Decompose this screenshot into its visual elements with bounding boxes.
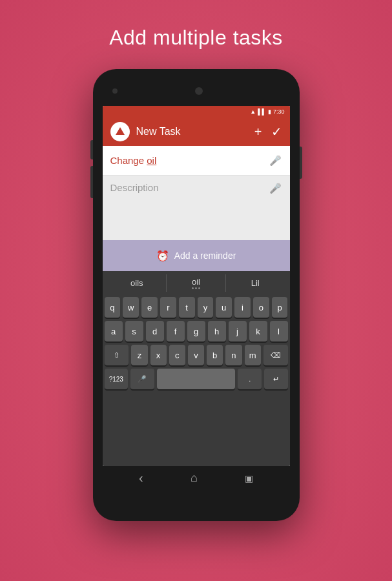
wifi-icon: ▲	[250, 108, 256, 115]
page-title: Add multiple tasks	[109, 26, 283, 50]
key-p[interactable]: p	[272, 297, 288, 318]
key-x[interactable]: x	[150, 345, 167, 365]
key-row-1: q w e r t y u i o p	[105, 297, 288, 318]
key-c[interactable]: c	[169, 345, 185, 365]
task-text: Change oil	[110, 155, 269, 166]
add-task-button[interactable]: +	[254, 125, 262, 138]
key-a[interactable]: a	[105, 321, 123, 341]
key-q[interactable]: q	[105, 297, 121, 318]
key-period[interactable]: .	[238, 369, 262, 389]
volume-down-button	[90, 166, 93, 198]
key-r[interactable]: r	[160, 297, 176, 318]
signal-icon: ▌▌	[258, 108, 266, 115]
description-placeholder: Description	[110, 182, 269, 193]
key-enter[interactable]: ↵	[264, 369, 288, 389]
description-area[interactable]: Description 🎤	[103, 176, 290, 240]
confirm-button[interactable]: ✓	[271, 125, 282, 138]
app-bar-title: New Task	[136, 126, 248, 138]
key-i[interactable]: i	[234, 297, 251, 318]
key-backspace[interactable]: ⌫	[263, 345, 288, 365]
reminder-clock-icon: ⏰	[156, 250, 169, 262]
status-bar: ▲ ▌▌ ▮ 7:30	[103, 106, 290, 117]
key-s[interactable]: s	[125, 321, 143, 341]
key-j[interactable]: j	[229, 321, 247, 341]
phone-shell: ▲ ▌▌ ▮ 7:30 New Task + ✓ Change oil 🎤	[93, 69, 300, 521]
key-w[interactable]: w	[123, 297, 139, 318]
suggestion-dots	[167, 287, 225, 289]
key-t[interactable]: t	[179, 297, 195, 318]
task-text-underlined: oil	[147, 155, 156, 166]
key-row-2: a s d f g h j k l	[105, 321, 288, 341]
key-space[interactable]	[157, 369, 236, 389]
volume-up-button	[90, 140, 93, 159]
power-button	[300, 147, 302, 179]
app-bar: New Task + ✓	[103, 117, 290, 146]
front-camera	[112, 88, 118, 94]
key-l[interactable]: l	[270, 321, 288, 341]
key-mic[interactable]: 🎤	[130, 369, 154, 389]
key-f[interactable]: f	[167, 321, 185, 341]
bottom-nav: ‹ ⌂ ▣	[103, 466, 290, 491]
key-z[interactable]: z	[131, 345, 147, 365]
app-logo	[110, 122, 130, 141]
key-g[interactable]: g	[187, 321, 205, 341]
key-y[interactable]: y	[198, 297, 214, 318]
key-u[interactable]: u	[216, 297, 232, 318]
suggestion-oil[interactable]: oil	[166, 274, 226, 292]
key-shift[interactable]: ⇧	[105, 345, 129, 365]
recents-button[interactable]: ▣	[245, 473, 253, 484]
keyboard: q w e r t y u i o p a s d f g h j k	[103, 294, 290, 466]
key-row-4: ?123 🎤 . ↵	[105, 369, 288, 389]
back-button[interactable]: ‹	[139, 471, 143, 485]
status-icons: ▲ ▌▌ ▮ 7:30	[250, 108, 284, 115]
screen: ▲ ▌▌ ▮ 7:30 New Task + ✓ Change oil 🎤	[103, 106, 290, 466]
suggestion-lil[interactable]: Lil	[226, 276, 285, 290]
phone-top	[93, 69, 300, 106]
task-text-plain: Change	[110, 155, 147, 166]
keyboard-suggestions: oils oil Lil	[103, 271, 290, 294]
reminder-label: Add a reminder	[174, 250, 236, 261]
home-button[interactable]: ⌂	[191, 471, 198, 485]
task-mic-icon[interactable]: 🎤	[269, 154, 282, 167]
key-o[interactable]: o	[253, 297, 269, 318]
logo-triangle-icon	[116, 127, 125, 135]
earpiece	[195, 87, 203, 95]
key-numbers[interactable]: ?123	[105, 369, 129, 389]
key-b[interactable]: b	[207, 345, 223, 365]
key-h[interactable]: h	[208, 321, 226, 341]
key-m[interactable]: m	[245, 345, 261, 365]
suggestion-oils[interactable]: oils	[108, 276, 167, 290]
task-input-area[interactable]: Change oil 🎤	[103, 146, 290, 176]
reminder-area[interactable]: ⏰ Add a reminder	[103, 240, 290, 271]
key-e[interactable]: e	[141, 297, 158, 318]
key-n[interactable]: n	[225, 345, 242, 365]
key-d[interactable]: d	[146, 321, 164, 341]
key-k[interactable]: k	[249, 321, 267, 341]
battery-icon: ▮	[268, 108, 271, 115]
time-display: 7:30	[273, 108, 285, 115]
phone-bottom	[93, 491, 300, 521]
app-bar-actions: + ✓	[254, 125, 282, 138]
key-row-3: ⇧ z x c v b n m ⌫	[105, 345, 288, 365]
description-mic-icon[interactable]: 🎤	[269, 182, 282, 195]
key-v[interactable]: v	[188, 345, 204, 365]
